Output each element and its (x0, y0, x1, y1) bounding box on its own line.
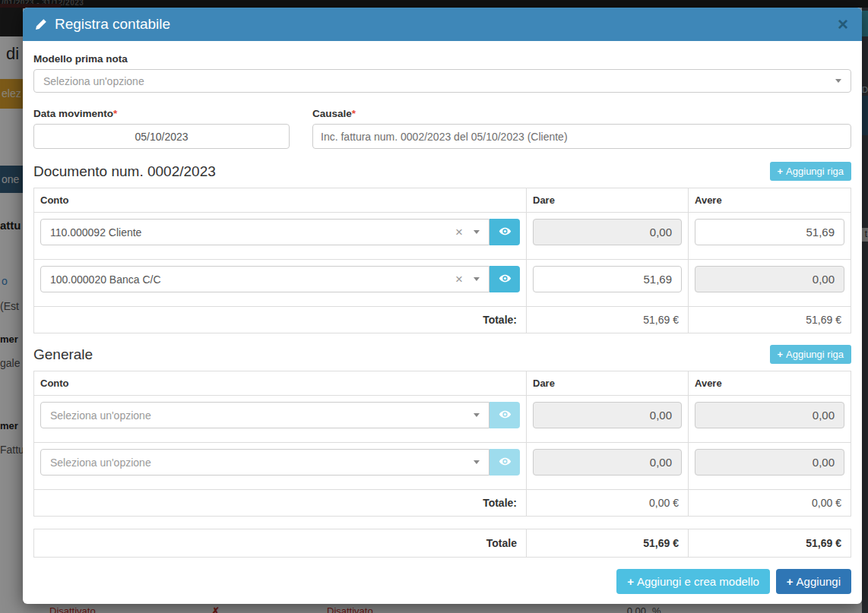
eye-icon (499, 225, 512, 240)
modal-body: Modello prima nota Seleziona un'opzione … (23, 41, 862, 559)
conto-select-banca[interactable]: 100.000020 Banca C/C × (40, 266, 489, 292)
grand-total-row: Totale 51,69 € 51,69 € (34, 529, 851, 558)
documento-total-avere: 51,69 € (689, 307, 851, 333)
chevron-down-icon (835, 79, 841, 83)
eye-icon (499, 408, 512, 423)
dare-input (533, 449, 682, 476)
generale-add-row-button[interactable]: +Aggiungi riga (770, 345, 851, 364)
documento-table-header-row: Conto Dare Avere (34, 188, 851, 213)
avere-input[interactable] (695, 219, 844, 245)
conto-select-empty[interactable]: Seleziona un'opzione (40, 449, 489, 476)
modello-prima-nota-label: Modello prima nota (33, 53, 851, 65)
generale-table: Conto Dare Avere Seleziona un'opzione (33, 371, 851, 517)
documento-section-header: Documento num. 0002/2023 +Aggiungi riga (33, 161, 851, 182)
conto-select-group: Seleziona un'opzione (40, 402, 520, 428)
view-account-button[interactable] (489, 266, 520, 292)
generale-total-dare: 0,00 € (527, 490, 689, 517)
generale-total-row: Totale: 0,00 € 0,00 € (34, 490, 851, 517)
documento-add-row-button[interactable]: +Aggiungi riga (770, 162, 851, 181)
modello-prima-nota-select[interactable]: Seleziona un'opzione (33, 69, 851, 93)
view-account-button-disabled (489, 449, 520, 476)
conto-select-cliente[interactable]: 110.000092 Cliente × (40, 219, 489, 245)
dare-input[interactable] (533, 266, 682, 292)
avere-column-header: Avere (689, 188, 851, 213)
registra-contabile-modal: Registra contabile × Modello prima nota … (23, 8, 862, 604)
view-account-button-disabled (489, 402, 520, 428)
chevron-down-icon (474, 413, 480, 417)
pencil-icon (35, 18, 47, 30)
plus-icon: + (627, 575, 634, 588)
generale-table-header-row: Conto Dare Avere (34, 371, 851, 396)
documento-table: Conto Dare Avere 110.000092 Cliente × (33, 188, 851, 333)
generale-section-title: Generale (33, 346, 93, 363)
conto-select-group: 110.000092 Cliente × (40, 219, 520, 245)
generale-section-header: Generale +Aggiungi riga (33, 344, 851, 365)
view-account-button[interactable] (489, 219, 520, 245)
table-row: Seleziona un'opzione (34, 396, 851, 443)
plus-icon: + (778, 349, 784, 360)
grand-total-label: Totale (34, 529, 527, 558)
table-row: 110.000092 Cliente × (34, 213, 851, 260)
conto-select-empty[interactable]: Seleziona un'opzione (40, 402, 489, 428)
eye-icon (499, 455, 512, 470)
grand-total-table: Totale 51,69 € 51,69 € (33, 529, 851, 558)
conto-column-header: Conto (34, 371, 527, 396)
table-row: Seleziona un'opzione (34, 443, 851, 490)
conto-column-header: Conto (34, 188, 527, 213)
chevron-down-icon (474, 277, 480, 281)
eye-icon (499, 272, 512, 287)
chevron-down-icon (474, 230, 480, 234)
dare-input (533, 402, 682, 428)
conto-select-group: Seleziona un'opzione (40, 449, 520, 476)
conto-select-group: 100.000020 Banca C/C × (40, 266, 520, 292)
dare-column-header: Dare (527, 371, 689, 396)
add-button[interactable]: +Aggiungi (776, 569, 851, 594)
modal-title-text: Registra contabile (55, 16, 170, 33)
clear-icon[interactable]: × (455, 273, 463, 286)
causale-label: Causale* (312, 108, 851, 119)
avere-input (695, 266, 844, 292)
documento-section-title: Documento num. 0002/2023 (33, 163, 216, 180)
chevron-down-icon (474, 460, 480, 464)
modal-footer: +Aggiungi e crea modello +Aggiungi (23, 559, 862, 604)
dare-input (533, 219, 682, 245)
modello-select-placeholder: Seleziona un'opzione (43, 75, 835, 87)
modal-title: Registra contabile (35, 16, 170, 33)
causale-input[interactable] (312, 124, 851, 149)
generale-total-avere: 0,00 € (689, 490, 851, 517)
documento-total-label: Totale: (34, 307, 527, 333)
avere-input (695, 402, 844, 428)
plus-icon: + (787, 575, 794, 588)
avere-column-header: Avere (689, 371, 851, 396)
plus-icon: + (778, 166, 784, 177)
grand-total-avere: 51,69 € (689, 529, 851, 558)
date-causale-row: Data movimento* Causale* (33, 108, 851, 149)
data-movimento-label: Data movimento* (33, 108, 290, 119)
dare-column-header: Dare (527, 188, 689, 213)
documento-total-dare: 51,69 € (527, 307, 689, 333)
table-row: 100.000020 Banca C/C × (34, 260, 851, 307)
grand-total-dare: 51,69 € (527, 529, 689, 558)
required-asterisk: * (352, 108, 356, 119)
documento-total-row: Totale: 51,69 € 51,69 € (34, 307, 851, 333)
add-and-create-model-button[interactable]: +Aggiungi e crea modello (616, 569, 770, 594)
avere-input (695, 449, 844, 476)
required-asterisk: * (113, 108, 117, 119)
data-movimento-input[interactable] (33, 124, 290, 149)
clear-icon[interactable]: × (455, 226, 463, 239)
generale-total-label: Totale: (34, 490, 527, 517)
close-icon[interactable]: × (836, 15, 850, 33)
modal-header: Registra contabile × (23, 8, 862, 41)
